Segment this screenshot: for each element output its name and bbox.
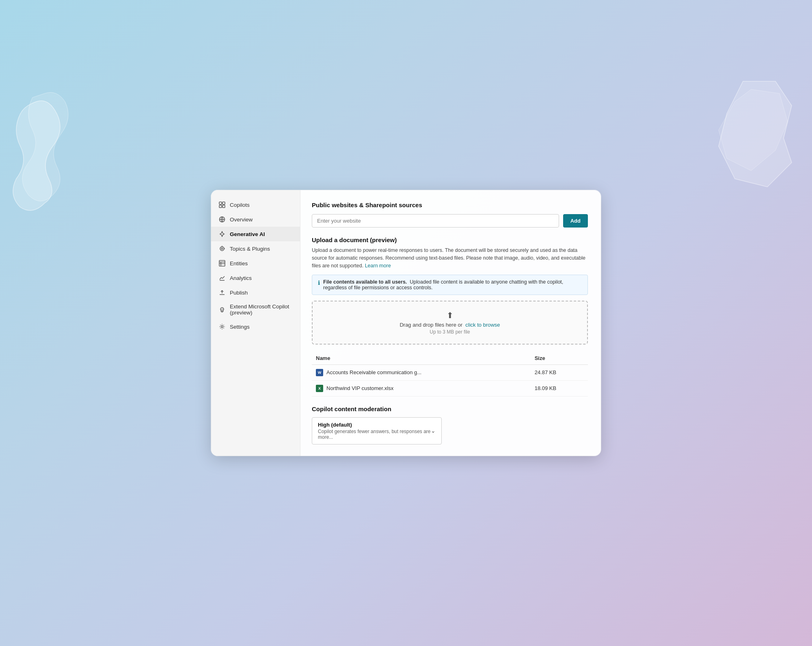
sidebar-item-generative-ai[interactable]: Generative AI xyxy=(211,227,300,241)
sidebar-item-copilots[interactable]: Copilots xyxy=(211,197,300,212)
website-section-title: Public websites & Sharepoint sources xyxy=(312,202,588,208)
sidebar-item-label-overview: Overview xyxy=(230,217,253,223)
svg-point-6 xyxy=(221,248,223,249)
table-header-size: Size xyxy=(531,352,588,365)
website-input-row: Add xyxy=(312,214,588,228)
sidebar-item-label-analytics: Analytics xyxy=(230,275,252,281)
drag-drop-text: Drag and drop files here or click to bro… xyxy=(322,322,578,328)
drag-drop-zone[interactable]: ⬆ Drag and drop files here or click to b… xyxy=(312,301,588,345)
sidebar-item-analytics[interactable]: Analytics xyxy=(211,271,300,285)
sidebar-item-label-topics-plugins: Topics & Plugins xyxy=(230,246,270,252)
copilot-icon xyxy=(218,306,226,313)
main-content-area: Public websites & Sharepoint sources Add… xyxy=(300,190,601,455)
globe-icon xyxy=(218,216,226,223)
table-row[interactable]: W Accounts Receivable communication g...… xyxy=(312,364,588,380)
learn-more-link[interactable]: Learn more xyxy=(365,263,391,269)
file-name-cell-1: W Accounts Receivable communication g... xyxy=(316,369,527,376)
sidebar-item-extend-microsoft[interactable]: Extend Microsoft Copilot (preview) xyxy=(211,300,300,319)
moderation-section: Copilot content moderation High (default… xyxy=(312,405,588,444)
upload-icon xyxy=(218,289,226,296)
sidebar-item-label-publish: Publish xyxy=(230,290,248,296)
decorative-shape-right xyxy=(710,73,800,195)
sidebar: Copilots Overview Generative AI xyxy=(211,190,300,455)
moderation-dropdown-label: High (default) xyxy=(318,422,431,428)
table-icon xyxy=(218,260,226,267)
upload-description: Upload a document to power real-time res… xyxy=(312,247,588,269)
sidebar-item-settings[interactable]: Settings xyxy=(211,319,300,334)
decorative-shape-left xyxy=(8,89,106,219)
svg-rect-1 xyxy=(222,202,225,204)
sidebar-item-label-copilots: Copilots xyxy=(230,202,250,208)
website-section: Public websites & Sharepoint sources Add xyxy=(312,202,588,228)
svg-point-5 xyxy=(220,247,224,251)
puzzle-icon xyxy=(218,245,226,252)
svg-rect-7 xyxy=(219,260,225,266)
browse-link[interactable]: click to browse xyxy=(465,322,500,328)
svg-rect-0 xyxy=(219,202,222,204)
chevron-down-icon: ⌄ xyxy=(431,427,436,434)
sidebar-item-overview[interactable]: Overview xyxy=(211,212,300,227)
file-name-cell-2: X Northwind VIP customer.xlsx xyxy=(316,385,527,392)
file-name-1: Accounts Receivable communication g... xyxy=(326,369,421,375)
sparkle-icon xyxy=(218,230,226,238)
upload-section: Upload a document (preview) Upload a doc… xyxy=(312,236,588,396)
chart-icon xyxy=(218,274,226,282)
main-window: Copilots Overview Generative AI xyxy=(211,190,601,455)
svg-point-9 xyxy=(221,309,222,310)
drag-drop-limit: Up to 3 MB per file xyxy=(322,329,578,335)
sidebar-item-entities[interactable]: Entities xyxy=(211,256,300,271)
sidebar-item-publish[interactable]: Publish xyxy=(211,285,300,300)
file-table: Name Size W Accounts Receivable communic… xyxy=(312,352,588,397)
website-input[interactable] xyxy=(312,214,559,228)
sidebar-item-label-extend-microsoft: Extend Microsoft Copilot (preview) xyxy=(230,303,293,316)
gear-icon xyxy=(218,323,226,330)
grid-icon xyxy=(218,201,226,208)
moderation-dropdown-sub: Copilot generates fewer answers, but res… xyxy=(318,429,431,440)
word-icon: W xyxy=(316,369,323,376)
moderation-title: Copilot content moderation xyxy=(312,405,588,412)
moderation-dropdown[interactable]: High (default) Copilot generates fewer a… xyxy=(312,417,442,444)
sidebar-item-label-settings: Settings xyxy=(230,324,250,330)
svg-point-11 xyxy=(221,326,223,328)
svg-rect-3 xyxy=(222,205,225,208)
upload-cloud-icon: ⬆ xyxy=(322,310,578,320)
file-name-2: Northwind VIP customer.xlsx xyxy=(326,385,393,391)
excel-icon: X xyxy=(316,385,323,392)
sidebar-item-topics-plugins[interactable]: Topics & Plugins xyxy=(211,241,300,256)
svg-point-8 xyxy=(220,308,224,311)
sidebar-item-label-entities: Entities xyxy=(230,260,248,267)
upload-section-title: Upload a document (preview) xyxy=(312,236,588,243)
sidebar-item-label-generative-ai: Generative AI xyxy=(230,231,265,237)
svg-point-10 xyxy=(222,309,223,310)
info-banner: ℹ File contents available to all users. … xyxy=(312,275,588,295)
file-size-1: 24.87 KB xyxy=(531,364,588,380)
moderation-dropdown-header: High (default) Copilot generates fewer a… xyxy=(318,422,436,440)
table-header-name: Name xyxy=(312,352,531,365)
table-row[interactable]: X Northwind VIP customer.xlsx 18.09 KB xyxy=(312,380,588,396)
svg-rect-2 xyxy=(219,205,222,208)
info-icon: ℹ xyxy=(318,280,320,286)
add-button[interactable]: Add xyxy=(563,214,588,228)
file-size-2: 18.09 KB xyxy=(531,380,588,396)
